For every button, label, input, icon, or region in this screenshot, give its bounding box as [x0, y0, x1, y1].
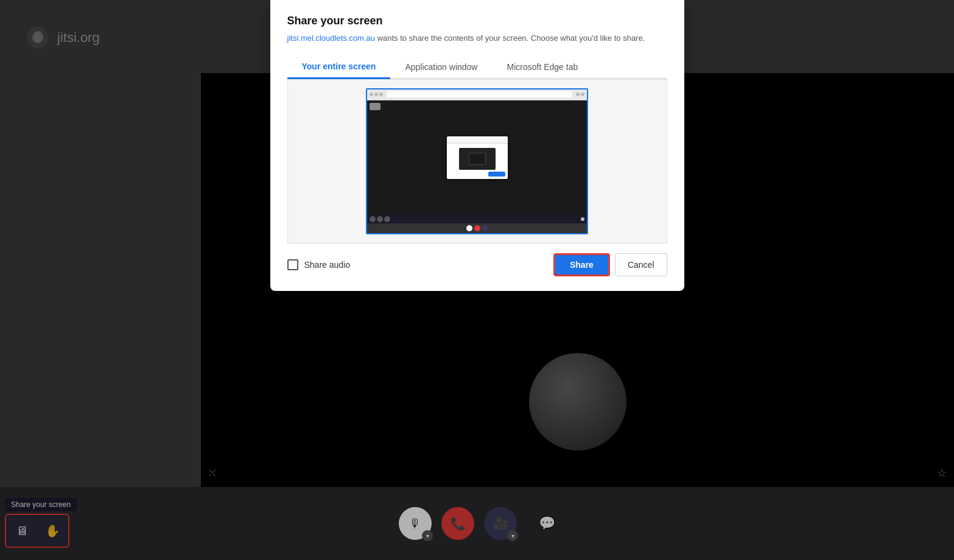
mini-toolbar-row — [367, 223, 587, 233]
mini-dialog-header — [447, 136, 508, 144]
tab-entire-screen[interactable]: Your entire screen — [287, 55, 391, 79]
mini-dialog-inner — [459, 148, 496, 170]
subtitle-text: wants to share the contents of your scre… — [377, 33, 645, 43]
mini-dot-2 — [374, 93, 378, 96]
dialog-actions: Share Cancel — [553, 253, 667, 276]
tab-application-window[interactable]: Application window — [390, 55, 492, 79]
mini-dot-1 — [370, 93, 373, 96]
mini-browser-bar — [367, 89, 587, 100]
mini-taskbar-icon-2 — [377, 216, 383, 222]
tab-edge-tab[interactable]: Microsoft Edge tab — [492, 55, 592, 79]
mini-taskbar-dot — [581, 217, 584, 221]
mini-dot-5 — [581, 93, 584, 96]
dialog-footer: Share audio Share Cancel — [287, 243, 667, 276]
mini-dialog-body — [447, 144, 508, 179]
mini-toolbar-circle-3 — [482, 225, 488, 231]
dialog-overlay: Share your screen jitsi.mel.cloudlets.co… — [0, 0, 954, 560]
share-audio-checkbox[interactable] — [287, 259, 298, 270]
dialog-tabs: Your entire screen Application window Mi… — [287, 54, 667, 79]
mini-screen — [367, 89, 587, 233]
mini-dialog-inner2 — [469, 153, 486, 165]
mini-toolbar-circle-2 — [474, 225, 480, 231]
mini-share-btn — [488, 172, 505, 177]
mini-content — [367, 100, 587, 215]
share-audio-label: Share audio — [304, 260, 351, 270]
screen-preview[interactable] — [366, 88, 588, 234]
mini-toolbar-circle-1 — [466, 225, 472, 231]
mini-url-bar — [387, 91, 572, 97]
mini-jitsi-logo — [370, 103, 381, 110]
preview-area — [287, 79, 667, 243]
cancel-button[interactable]: Cancel — [615, 253, 667, 276]
subtitle-link: jitsi.mel.cloudlets.com.au — [287, 33, 376, 43]
dialog-title: Share your screen — [287, 15, 667, 27]
share-screen-dialog: Share your screen jitsi.mel.cloudlets.co… — [270, 0, 684, 291]
dialog-subtitle: jitsi.mel.cloudlets.com.au wants to shar… — [287, 32, 667, 44]
mini-dot-4 — [576, 93, 580, 96]
mini-taskbar-icon-1 — [370, 216, 376, 222]
share-audio-row: Share audio — [287, 259, 351, 270]
share-button[interactable]: Share — [553, 253, 610, 276]
mini-dialog-box — [447, 136, 508, 179]
mini-taskbar-icon-3 — [384, 216, 390, 222]
mini-taskbar — [367, 215, 587, 223]
mini-dot-3 — [379, 93, 383, 96]
